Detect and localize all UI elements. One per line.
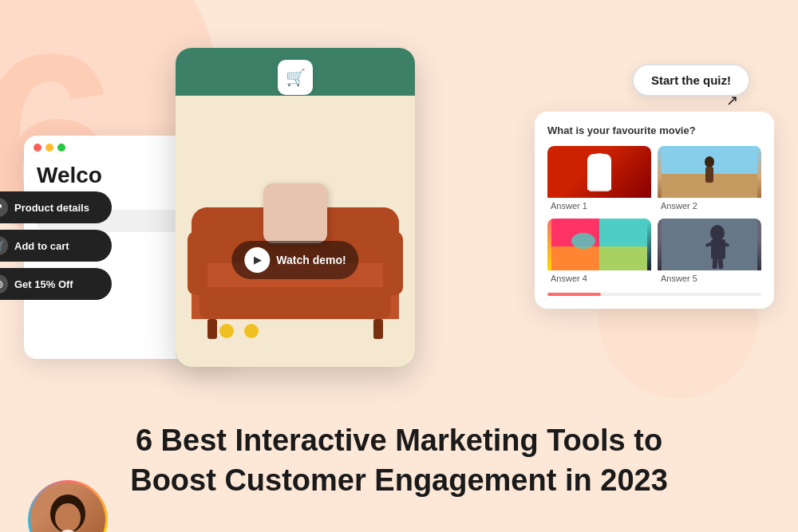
answer-label-5: Answer 5 xyxy=(658,270,761,285)
answer-item-5[interactable]: Answer 5 xyxy=(658,219,761,285)
answer-image-1 xyxy=(547,146,651,198)
answer-label-4: Answer 4 xyxy=(547,270,651,285)
answer-item-4[interactable]: Answer 4 xyxy=(547,219,651,285)
cursor-icon: ↗ xyxy=(726,92,738,109)
decoration-balls xyxy=(219,324,263,341)
heading-line-2: Boost Customer Engagement in 2023 xyxy=(130,463,668,497)
cart-badge: 🛒 xyxy=(278,60,313,95)
svg-point-3 xyxy=(588,153,610,179)
man-svg xyxy=(658,219,761,270)
watch-demo-button[interactable]: ▶ Watch demo! xyxy=(231,241,358,279)
svg-point-1 xyxy=(55,503,81,532)
answer-item-1[interactable]: Answer 1 xyxy=(547,146,651,212)
sofa-seat xyxy=(200,287,391,319)
menu-item-label: Get 15% Off xyxy=(14,278,73,290)
svg-point-5 xyxy=(590,161,598,167)
discount-icon: ◎ xyxy=(0,274,8,294)
answer-image-5 xyxy=(658,219,761,270)
dot-yellow xyxy=(45,144,53,152)
svg-rect-10 xyxy=(705,167,713,183)
menu-item-add-to-cart[interactable]: 🛒 Add to cart xyxy=(0,230,112,262)
menu-item-discount[interactable]: ◎ Get 15% Off xyxy=(0,268,112,300)
svg-point-6 xyxy=(601,161,609,167)
answer-item-2[interactable]: Answer 2 xyxy=(658,146,761,212)
avatar: ▶ xyxy=(30,483,105,532)
start-quiz-label: Start the quiz! xyxy=(651,73,731,87)
menu-item-product-details[interactable]: ↗ Product details xyxy=(0,191,112,223)
cart-icon: 🛒 xyxy=(0,236,8,255)
answer-image-4 xyxy=(547,219,651,270)
svg-rect-13 xyxy=(551,246,647,270)
avatar-image xyxy=(36,494,100,532)
svg-rect-23 xyxy=(717,258,723,269)
sofa-pillow xyxy=(263,183,327,243)
sofa-card: 🛒 ▶ Watch demo! xyxy=(176,48,415,367)
leg-left xyxy=(207,319,217,339)
answer-label-2: Answer 2 xyxy=(658,198,761,212)
svg-point-9 xyxy=(705,156,714,167)
dot-red xyxy=(34,144,41,152)
ball-2 xyxy=(244,324,259,338)
quiz-card: What is your favourite movie? Answer 1 xyxy=(535,112,774,309)
svg-rect-4 xyxy=(588,175,610,191)
dot-green xyxy=(57,144,65,152)
product-details-icon: ↗ xyxy=(0,198,8,217)
ball-1 xyxy=(219,324,234,338)
answers-grid: Answer 1 Answer 2 xyxy=(547,146,761,285)
colorful-svg xyxy=(547,219,651,270)
page-title: 6 Best Interactive Marketing Tools to Bo… xyxy=(0,421,798,500)
stormtrooper-svg xyxy=(579,150,619,194)
menu-item-label: Add to cart xyxy=(14,240,69,252)
answer-label-1: Answer 1 xyxy=(547,198,651,212)
desert-svg xyxy=(658,146,761,198)
quiz-question: What is your favourite movie? xyxy=(547,124,761,136)
play-icon: ▶ xyxy=(244,247,270,273)
sofa-arm-left xyxy=(188,231,207,295)
svg-rect-22 xyxy=(712,258,717,269)
progress-bar xyxy=(547,293,761,296)
svg-point-18 xyxy=(710,225,725,241)
menu-item-label: Product details xyxy=(14,202,89,214)
sofa-arm-right xyxy=(383,231,403,295)
svg-point-15 xyxy=(571,233,595,249)
watch-demo-label: Watch demo! xyxy=(276,254,346,266)
answer-image-2 xyxy=(658,146,761,198)
leg-right xyxy=(373,319,383,339)
progress-fill xyxy=(547,293,601,296)
heading-line-1: 6 Best Interactive Marketing Tools to xyxy=(136,424,662,457)
sidebar-menu: ↗ Product details 🛒 Add to cart ◎ Get 15… xyxy=(0,191,112,300)
